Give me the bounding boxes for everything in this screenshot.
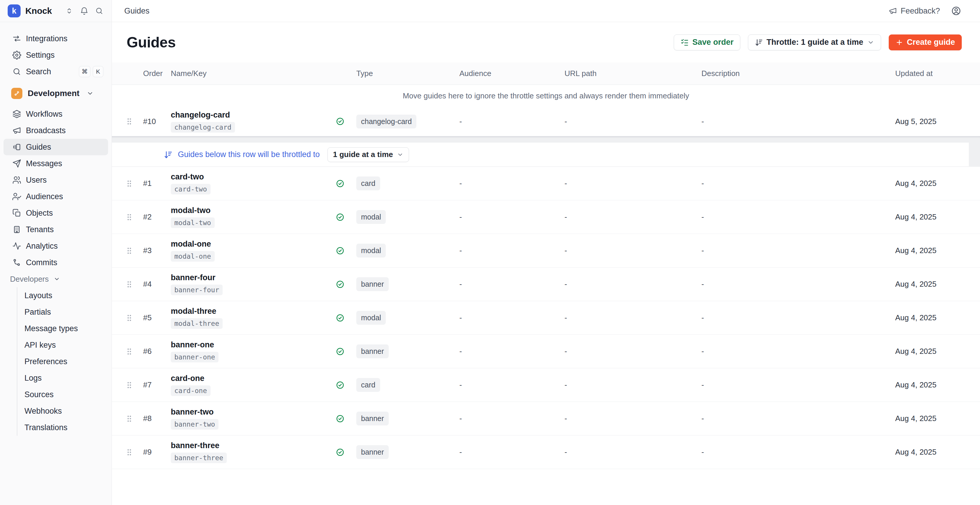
description-cell: - <box>702 280 895 289</box>
sidebar-item-tenants[interactable]: Tenants <box>3 221 108 238</box>
drag-handle[interactable] <box>125 179 143 188</box>
drag-handle-icon <box>125 448 134 457</box>
guide-name-cell: changelog-cardchangelog-card <box>171 110 336 132</box>
drag-handle[interactable] <box>125 280 143 289</box>
sidebar-subitem-message-types[interactable]: Message types <box>18 320 111 337</box>
sidebar-item-objects[interactable]: Objects <box>3 205 108 221</box>
sidebar-subitem-webhooks[interactable]: Webhooks <box>18 403 111 419</box>
sidebar-item-users[interactable]: Users <box>3 172 108 188</box>
guide-row[interactable]: #7card-onecard-onecard---Aug 4, 2025 <box>112 368 980 402</box>
sidebar-item-messages[interactable]: Messages <box>3 155 108 172</box>
drag-handle[interactable] <box>125 246 143 255</box>
sort-desc-icon <box>755 38 763 46</box>
check-circle-icon <box>336 414 345 423</box>
sidebar-item-broadcasts[interactable]: Broadcasts <box>3 122 108 139</box>
developers-section-toggle[interactable]: Developers <box>0 271 111 287</box>
sidebar-subitem-api-keys[interactable]: API keys <box>18 337 111 353</box>
top-bar-right: Feedback? <box>889 6 961 16</box>
sidebar-item-integrations[interactable]: Integrations <box>3 30 108 47</box>
description-cell: - <box>702 117 895 126</box>
sidebar-item-analytics[interactable]: Analytics <box>3 238 108 254</box>
type-badge: banner <box>356 412 389 425</box>
feedback-button[interactable]: Feedback? <box>889 6 940 16</box>
sidebar-subitem-layouts[interactable]: Layouts <box>18 287 111 304</box>
guide-row[interactable]: #8banner-twobanner-twobanner---Aug 4, 20… <box>112 402 980 435</box>
plus-icon <box>896 38 903 46</box>
description-cell: - <box>702 381 895 390</box>
tenants-icon <box>13 225 21 234</box>
account-menu-button[interactable] <box>951 6 961 16</box>
sidebar-item-commits[interactable]: Commits <box>3 254 108 271</box>
updated-at-cell: Aug 4, 2025 <box>895 347 980 356</box>
workspace-selector-button[interactable] <box>65 7 73 15</box>
guide-row[interactable]: #4banner-fourbanner-fourbanner---Aug 4, … <box>112 268 980 301</box>
logo-letter: k <box>12 6 16 16</box>
create-guide-button[interactable]: Create guide <box>889 35 962 50</box>
objects-icon <box>13 209 21 217</box>
guide-row[interactable]: #9banner-threebanner-threebanner---Aug 4… <box>112 435 980 469</box>
sidebar-subitem-logs[interactable]: Logs <box>18 370 111 386</box>
check-circle-icon <box>336 381 345 390</box>
order-number: #7 <box>143 381 171 390</box>
sidebar-item-label: Audiences <box>26 192 63 201</box>
guide-name: modal-one <box>171 239 211 249</box>
audience-cell: - <box>460 381 565 390</box>
drag-handle[interactable] <box>125 414 143 423</box>
sidebar-item-label: Tenants <box>26 225 54 234</box>
type-cell: modal <box>356 244 460 258</box>
environment-label: Development <box>28 89 80 98</box>
guide-row[interactable]: #10changelog-cardchangelog-cardchangelog… <box>112 107 980 136</box>
url-path-cell: - <box>565 246 702 255</box>
updated-at-cell: Aug 4, 2025 <box>895 313 980 322</box>
url-path-cell: - <box>565 117 702 126</box>
type-badge: card <box>356 378 380 392</box>
users-icon <box>13 175 21 185</box>
guide-name-cell: modal-threemodal-three <box>171 307 336 329</box>
sidebar-item-guides[interactable]: Guides <box>3 139 108 155</box>
throttle-limit-dropdown[interactable]: 1 guide at a time <box>328 147 409 162</box>
search-icon <box>13 67 21 76</box>
sidebar-item-audiences[interactable]: Audiences <box>3 188 108 205</box>
url-path-cell: - <box>565 212 702 221</box>
drag-handle[interactable] <box>125 347 143 356</box>
throttle-label: Throttle: 1 guide at a time <box>767 38 863 47</box>
guide-row[interactable]: #5modal-threemodal-threemodal---Aug 4, 2… <box>112 301 980 335</box>
knock-logo[interactable]: k <box>8 5 21 18</box>
sidebar-subitem-sources[interactable]: Sources <box>18 386 111 403</box>
guide-row[interactable]: #3modal-onemodal-onemodal---Aug 4, 2025 <box>112 234 980 268</box>
section-gap <box>112 136 980 143</box>
guide-row[interactable]: #6banner-onebanner-onebanner---Aug 4, 20… <box>112 335 980 368</box>
sidebar-item-settings[interactable]: Settings <box>3 47 108 63</box>
notifications-button[interactable] <box>80 6 89 15</box>
drag-handle[interactable] <box>125 213 143 221</box>
status-cell <box>336 314 356 322</box>
search-button[interactable] <box>95 7 103 15</box>
sidebar-subitem-preferences[interactable]: Preferences <box>18 353 111 370</box>
drag-handle[interactable] <box>125 381 143 390</box>
drag-handle-icon <box>125 381 134 390</box>
sidebar-item-label: Commits <box>26 258 57 267</box>
sidebar-subitem-translations[interactable]: Translations <box>18 419 111 436</box>
type-badge: changelog-card <box>356 115 416 129</box>
environment-switcher[interactable]: Development <box>3 84 108 102</box>
status-cell <box>336 280 356 289</box>
order-number: #2 <box>143 212 171 221</box>
save-order-button[interactable]: Save order <box>674 35 740 50</box>
drag-handle[interactable] <box>125 314 143 322</box>
throttle-dropdown-button[interactable]: Throttle: 1 guide at a time <box>748 35 881 50</box>
sidebar-item-workflows[interactable]: Workflows <box>3 106 108 122</box>
type-badge: modal <box>356 244 386 258</box>
order-number: #6 <box>143 347 171 356</box>
drag-handle[interactable] <box>125 448 143 457</box>
shortcut-key: ⌘ <box>79 66 91 77</box>
drag-handle[interactable] <box>125 117 143 126</box>
guide-row[interactable]: #2modal-twomodal-twomodal---Aug 4, 2025 <box>112 200 980 234</box>
sidebar-item-search[interactable]: Search⌘K <box>3 63 108 80</box>
guide-row[interactable]: #1card-twocard-twocard---Aug 4, 2025 <box>112 167 980 200</box>
scroll-gutter <box>969 143 980 167</box>
throttle-divider-text: Guides below this row will be throttled … <box>178 150 320 159</box>
sidebar-subitem-partials[interactable]: Partials <box>18 304 111 320</box>
sidebar-main-nav: WorkflowsBroadcastsGuidesMessagesUsersAu… <box>0 106 111 271</box>
check-circle-icon <box>336 213 345 221</box>
check-circle-icon <box>336 314 345 322</box>
